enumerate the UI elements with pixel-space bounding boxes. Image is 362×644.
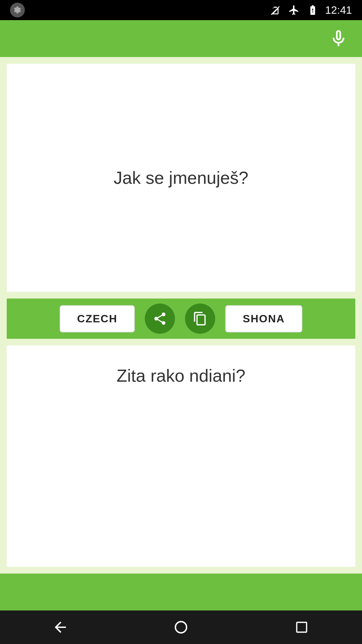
home-button[interactable] [168,614,194,641]
svg-point-1 [175,622,186,633]
status-bar: 12:41 [0,0,362,20]
battery-icon [306,4,319,16]
back-icon [52,619,69,636]
microphone-button[interactable] [328,29,349,49]
airplane-icon [288,4,300,16]
source-language-button[interactable]: CZECH [60,305,135,332]
translation-text: Zita rako ndiani? [117,366,245,386]
copy-icon [193,311,207,326]
language-bar: CZECH SHONA [7,299,355,339]
svg-rect-2 [297,622,306,632]
source-panel: Jak se jmenuješ? [7,64,355,292]
copy-button[interactable] [185,304,215,334]
sim-off-icon [269,4,282,16]
translation-panel: Zita rako ndiani? [7,345,355,567]
share-icon [153,311,167,326]
status-time: 12:41 [325,4,352,16]
share-button[interactable] [145,304,175,334]
nav-bar [0,610,362,644]
recent-apps-button[interactable] [288,614,315,641]
recent-icon [294,620,309,635]
target-language-button[interactable]: SHONA [225,305,302,332]
settings-icon [10,3,25,17]
bottom-green-bar [0,574,362,610]
status-bar-left [10,3,25,17]
app-header [0,20,362,57]
back-button[interactable] [47,614,74,641]
source-text: Jak se jmenuješ? [114,168,248,188]
status-bar-right: 12:41 [269,4,352,16]
home-icon [173,619,189,636]
main-content: Jak se jmenuješ? CZECH SHONA Zita rako n… [0,57,362,574]
microphone-icon [328,29,349,49]
